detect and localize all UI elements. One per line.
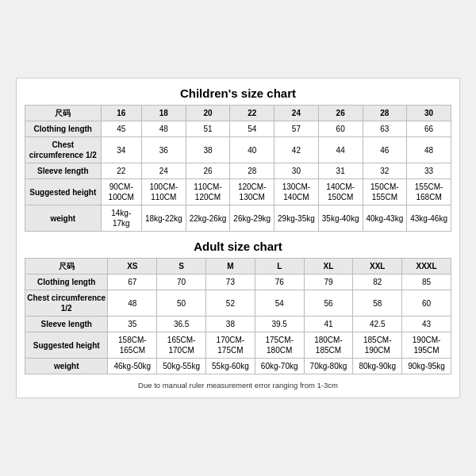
adult-row-label-1: Chest circumference 1/2 [25, 290, 108, 317]
adult-chart-title: Adult size chart [25, 240, 451, 253]
adult-chart-table: 尺码XSSMLXLXXLXXXL Clothing length67707376… [25, 258, 451, 374]
children-cell-4-4: 29kg-35kg [274, 205, 319, 232]
adult-cell-4-4: 70kg-80kg [304, 359, 353, 374]
children-cell-1-2: 38 [186, 137, 230, 163]
adult-cell-2-3: 39.5 [255, 317, 304, 332]
children-col-header-3: 20 [186, 106, 230, 121]
children-cell-3-6: 150CM-155CM [363, 179, 407, 205]
children-row-label-1: Chest circumference 1/2 [25, 137, 102, 163]
children-cell-0-2: 51 [186, 121, 230, 137]
adult-row-label-3: Suggested height [25, 332, 108, 359]
footnote: Due to manual ruler measurement error ra… [25, 381, 451, 390]
children-cell-0-4: 57 [274, 121, 319, 137]
children-cell-2-3: 28 [230, 163, 274, 179]
adult-cell-3-4: 180CM-185CM [304, 332, 353, 359]
adult-col-header-0: 尺码 [25, 259, 108, 274]
adult-cell-1-6: 60 [402, 290, 451, 317]
children-cell-2-0: 22 [101, 163, 141, 179]
children-cell-2-4: 30 [274, 163, 319, 179]
children-cell-3-0: 90CM-100CM [101, 179, 141, 205]
children-table-row: Chest circumference 1/23436384042444648 [25, 137, 451, 163]
adult-table-row: Suggested height158CM-165CM165CM-170CM17… [25, 332, 451, 359]
children-cell-4-3: 26kg-29kg [230, 205, 274, 232]
adult-cell-0-0: 67 [108, 274, 157, 290]
children-col-header-8: 30 [407, 106, 451, 121]
adult-cell-2-5: 42.5 [353, 317, 402, 332]
children-cell-3-3: 120CM-130CM [230, 179, 274, 205]
children-header-row: 尺码1618202224262830 [25, 106, 451, 121]
children-col-header-1: 16 [101, 106, 141, 121]
adult-cell-1-0: 48 [108, 290, 157, 317]
adult-cell-3-5: 185CM-190CM [353, 332, 402, 359]
adult-cell-1-3: 54 [255, 290, 304, 317]
children-cell-0-6: 63 [363, 121, 407, 137]
children-table-row: Suggested height90CM-100CM100CM-110CM110… [25, 179, 451, 205]
children-col-header-4: 22 [230, 106, 274, 121]
adult-cell-3-2: 170CM-175CM [206, 332, 255, 359]
adult-cell-4-0: 46kg-50kg [108, 359, 157, 374]
adult-cell-1-5: 58 [353, 290, 402, 317]
children-cell-1-3: 40 [230, 137, 274, 163]
adult-table-row: Clothing length67707376798285 [25, 274, 451, 290]
children-table-row: Clothing length4548515457606366 [25, 121, 451, 137]
children-cell-4-0: 14kg-17kg [101, 205, 141, 232]
children-chart-section: Children's size chart 尺码1618202224262830… [25, 86, 451, 232]
children-table-row: Sleeve length2224262830313233 [25, 163, 451, 179]
adult-cell-2-2: 38 [206, 317, 255, 332]
children-chart-title: Children's size chart [25, 86, 451, 100]
adult-cell-2-6: 43 [402, 317, 451, 332]
children-cell-4-5: 35kg-40kg [318, 205, 363, 232]
adult-cell-3-6: 190CM-195CM [402, 332, 451, 359]
adult-cell-1-2: 52 [206, 290, 255, 317]
adult-cell-4-1: 50kg-55kg [157, 359, 206, 374]
adult-cell-0-3: 76 [255, 274, 304, 290]
children-cell-2-7: 33 [407, 163, 451, 179]
adult-table-body: Clothing length67707376798285Chest circu… [25, 274, 451, 374]
adult-chart-section: Adult size chart 尺码XSSMLXLXXLXXXL Clothi… [25, 240, 451, 374]
children-row-label-3: Suggested height [25, 179, 102, 205]
children-cell-1-1: 36 [141, 137, 186, 163]
children-col-header-2: 18 [141, 106, 186, 121]
children-row-label-2: Sleeve length [25, 163, 102, 179]
adult-row-label-4: weight [25, 359, 108, 374]
children-cell-2-6: 32 [363, 163, 407, 179]
children-cell-1-7: 48 [407, 137, 451, 163]
children-cell-2-5: 31 [318, 163, 363, 179]
adult-col-header-3: M [206, 259, 255, 274]
adult-row-label-0: Clothing length [25, 274, 108, 290]
children-cell-3-4: 130CM-140CM [274, 179, 319, 205]
children-cell-1-0: 34 [101, 137, 141, 163]
adult-cell-0-6: 85 [402, 274, 451, 290]
children-row-label-4: weight [25, 205, 102, 232]
adult-col-header-5: XL [304, 259, 353, 274]
adult-cell-4-3: 60kg-70kg [255, 359, 304, 374]
adult-cell-1-1: 50 [157, 290, 206, 317]
children-table-row: weight14kg-17kg18kg-22kg22kg-26kg26kg-29… [25, 205, 451, 232]
children-cell-1-5: 44 [318, 137, 363, 163]
adult-header-row: 尺码XSSMLXLXXLXXXL [25, 259, 451, 274]
adult-cell-3-1: 165CM-170CM [157, 332, 206, 359]
adult-table-row: Sleeve length3536.53839.54142.543 [25, 317, 451, 332]
children-col-header-0: 尺码 [25, 106, 102, 121]
adult-cell-1-4: 56 [304, 290, 353, 317]
adult-cell-3-3: 175CM-180CM [255, 332, 304, 359]
adult-cell-0-1: 70 [157, 274, 206, 290]
adult-col-header-6: XXL [353, 259, 402, 274]
children-cell-0-3: 54 [230, 121, 274, 137]
adult-table-row: Chest circumference 1/248505254565860 [25, 290, 451, 317]
children-row-label-0: Clothing length [25, 121, 102, 137]
children-cell-3-1: 100CM-110CM [141, 179, 186, 205]
children-table-body: Clothing length4548515457606366Chest cir… [25, 121, 451, 232]
children-cell-4-1: 18kg-22kg [141, 205, 186, 232]
adult-col-header-7: XXXL [402, 259, 451, 274]
children-cell-3-7: 155CM-168CM [407, 179, 451, 205]
adult-cell-4-2: 55kg-60kg [206, 359, 255, 374]
children-col-header-6: 26 [318, 106, 363, 121]
children-col-header-7: 28 [363, 106, 407, 121]
children-cell-0-7: 66 [407, 121, 451, 137]
children-col-header-5: 24 [274, 106, 319, 121]
adult-cell-4-5: 80kg-90kg [353, 359, 402, 374]
adult-col-header-4: L [255, 259, 304, 274]
adult-table-row: weight46kg-50kg50kg-55kg55kg-60kg60kg-70… [25, 359, 451, 374]
adult-cell-0-4: 79 [304, 274, 353, 290]
